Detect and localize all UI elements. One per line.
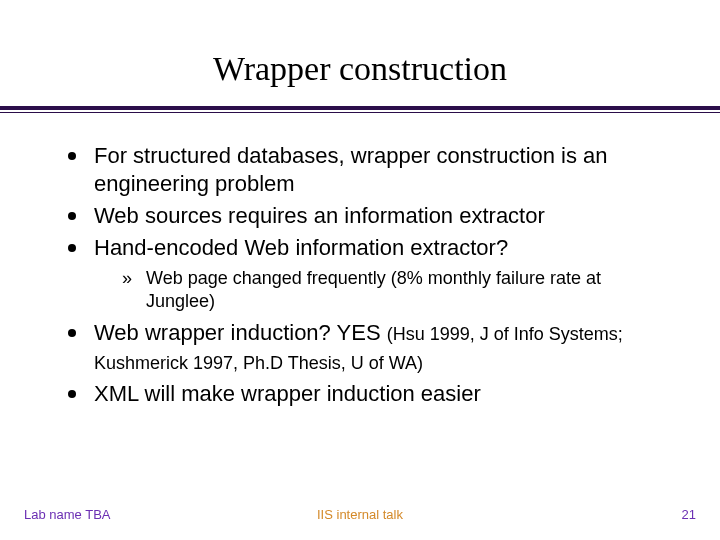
slide-title: Wrapper construction (0, 0, 720, 106)
bullet-list: For structured databases, wrapper constr… (68, 142, 670, 408)
bullet-item: For structured databases, wrapper constr… (68, 142, 670, 198)
title-divider (0, 106, 720, 114)
content-area: For structured databases, wrapper constr… (0, 114, 720, 408)
footer-page-number: 21 (682, 507, 696, 522)
bullet-item: XML will make wrapper induction easier (68, 380, 670, 408)
bullet-text: Hand-encoded Web information extractor? (94, 235, 508, 260)
footer-left: Lab name TBA (24, 507, 110, 522)
bullet-text: Web wrapper induction? YES (94, 320, 387, 345)
sub-bullet-text: Web page changed frequently (8% monthly … (146, 268, 601, 311)
bullet-item: Web wrapper induction? YES (Hsu 1999, J … (68, 319, 670, 375)
bullet-text: For structured databases, wrapper constr… (94, 143, 608, 196)
sub-bullet-list: Web page changed frequently (8% monthly … (94, 267, 670, 314)
bullet-text: Web sources requires an information extr… (94, 203, 545, 228)
divider-thin (0, 112, 720, 113)
bullet-item: Web sources requires an information extr… (68, 202, 670, 230)
bullet-text: XML will make wrapper induction easier (94, 381, 481, 406)
sub-bullet-item: Web page changed frequently (8% monthly … (98, 267, 670, 314)
slide: Wrapper construction For structured data… (0, 0, 720, 540)
slide-footer: Lab name TBA IIS internal talk 21 (0, 507, 720, 522)
divider-thick (0, 106, 720, 110)
bullet-item: Hand-encoded Web information extractor? … (68, 234, 670, 313)
footer-center: IIS internal talk (317, 507, 403, 522)
